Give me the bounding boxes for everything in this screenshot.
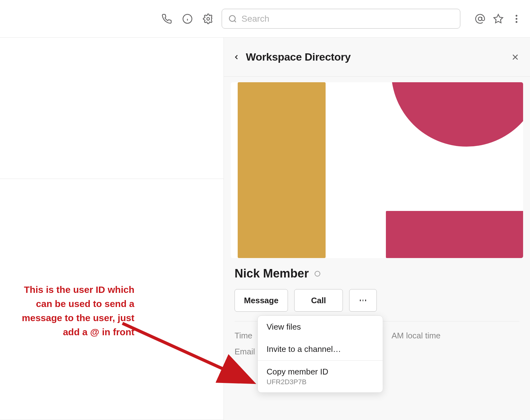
avatar-shape-gold (238, 82, 326, 258)
more-dropdown: View files Invite to a channel… Copy mem… (257, 315, 383, 393)
avatar-shape-quarter (391, 82, 523, 147)
search-icon (228, 14, 237, 23)
top-toolbar (0, 0, 530, 38)
gear-icon[interactable] (202, 13, 214, 25)
panel-header: Workspace Directory (224, 38, 530, 77)
left-section-1 (0, 38, 224, 179)
search-box[interactable] (222, 9, 460, 29)
mention-icon[interactable] (474, 13, 486, 25)
action-row: Message Call (224, 289, 530, 312)
dropdown-copy-id-label: Copy member ID (267, 367, 374, 377)
close-icon[interactable] (509, 51, 521, 63)
panel-title: Workspace Directory (246, 51, 351, 63)
svg-marker-7 (494, 14, 503, 23)
annotation-text: This is the user ID which can be used to… (15, 283, 134, 339)
dropdown-view-files[interactable]: View files (258, 316, 383, 338)
svg-point-4 (230, 15, 235, 21)
svg-line-14 (122, 323, 251, 381)
svg-point-8 (516, 15, 517, 17)
message-button[interactable]: Message (235, 289, 288, 312)
svg-point-3 (207, 17, 210, 20)
toolbar-icons-left (161, 13, 214, 25)
star-icon[interactable] (492, 13, 504, 25)
profile-name-row: Nick Member (224, 267, 530, 280)
toolbar-icons-right (474, 13, 522, 25)
back-icon[interactable] (233, 52, 243, 62)
annotation-arrow-icon (119, 317, 261, 392)
avatar-shape-red (386, 211, 523, 258)
dropdown-invite[interactable]: Invite to a channel… (258, 338, 383, 360)
more-dots-icon (360, 299, 361, 301)
phone-icon[interactable] (161, 13, 173, 25)
avatar-image (231, 82, 523, 258)
svg-point-9 (516, 18, 517, 20)
dropdown-copy-id-value: UFR2D3P7B (267, 378, 374, 386)
dropdown-copy-member-id[interactable]: Copy member ID UFR2D3P7B (258, 361, 383, 392)
call-button[interactable]: Call (294, 289, 343, 312)
more-button[interactable] (349, 289, 377, 312)
search-input[interactable] (241, 14, 454, 24)
svg-point-6 (478, 17, 482, 20)
more-vertical-icon[interactable] (511, 13, 522, 25)
info-icon[interactable] (181, 13, 193, 25)
svg-line-5 (234, 20, 236, 22)
time-value: AM local time (392, 331, 441, 341)
status-indicator-icon (315, 271, 320, 277)
profile-name: Nick Member (235, 267, 309, 280)
svg-point-10 (516, 21, 517, 23)
